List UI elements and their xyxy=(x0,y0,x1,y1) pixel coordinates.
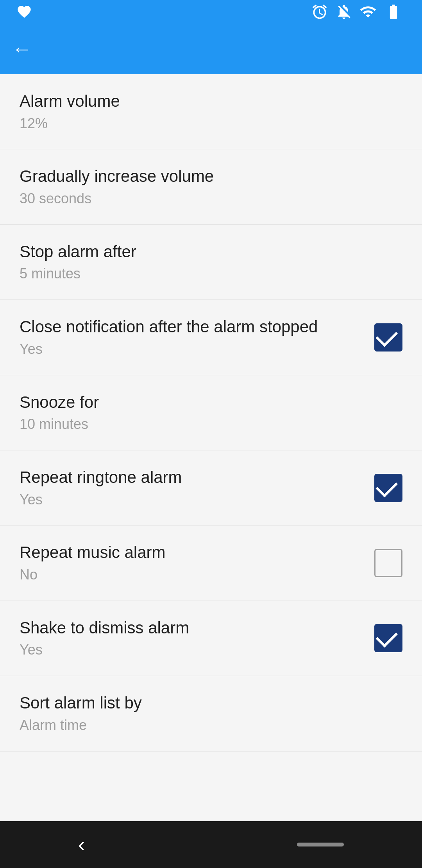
setting-text-shake-to-dismiss: Shake to dismiss alarmYes xyxy=(20,617,367,659)
setting-item-snooze-for[interactable]: Snooze for10 minutes xyxy=(0,375,422,450)
checkbox-shake-to-dismiss[interactable] xyxy=(374,624,402,652)
setting-title-repeat-music-alarm: Repeat music alarm xyxy=(20,543,165,561)
setting-item-close-notification[interactable]: Close notification after the alarm stopp… xyxy=(0,300,422,375)
setting-subtitle-repeat-ringtone-alarm: Yes xyxy=(20,491,367,509)
setting-subtitle-gradually-increase-volume: 30 seconds xyxy=(20,190,402,208)
setting-text-gradually-increase-volume: Gradually increase volume30 seconds xyxy=(20,166,402,208)
bell-muted-icon xyxy=(335,3,352,20)
settings-content: Alarm volume12%Gradually increase volume… xyxy=(0,74,422,821)
setting-item-gradually-increase-volume[interactable]: Gradually increase volume30 seconds xyxy=(0,149,422,224)
checkbox-repeat-music-alarm[interactable] xyxy=(374,549,402,577)
navigation-bar: ‹ xyxy=(0,821,422,868)
setting-title-close-notification: Close notification after the alarm stopp… xyxy=(20,317,318,336)
setting-text-close-notification: Close notification after the alarm stopp… xyxy=(20,316,367,358)
setting-title-alarm-volume: Alarm volume xyxy=(20,92,120,110)
setting-title-gradually-increase-volume: Gradually increase volume xyxy=(20,167,214,185)
checkbox-repeat-ringtone-alarm[interactable] xyxy=(374,474,402,502)
setting-item-alarm-volume[interactable]: Alarm volume12% xyxy=(0,74,422,149)
system-back-button[interactable]: ‹ xyxy=(78,833,85,856)
setting-title-repeat-ringtone-alarm: Repeat ringtone alarm xyxy=(20,468,182,486)
setting-subtitle-shake-to-dismiss: Yes xyxy=(20,641,367,659)
setting-subtitle-stop-alarm-after: 5 minutes xyxy=(20,265,402,283)
wifi-icon xyxy=(359,3,377,20)
setting-subtitle-repeat-music-alarm: No xyxy=(20,566,367,584)
setting-subtitle-snooze-for: 10 minutes xyxy=(20,415,402,434)
battery-icon xyxy=(384,3,403,20)
status-bar xyxy=(0,0,422,23)
setting-text-alarm-volume: Alarm volume12% xyxy=(20,91,402,133)
status-left xyxy=(12,4,32,20)
setting-subtitle-close-notification: Yes xyxy=(20,340,367,359)
setting-title-stop-alarm-after: Stop alarm after xyxy=(20,242,136,261)
setting-item-shake-to-dismiss[interactable]: Shake to dismiss alarmYes xyxy=(0,601,422,676)
checkbox-close-notification[interactable] xyxy=(374,323,402,352)
status-right xyxy=(311,3,410,20)
setting-text-stop-alarm-after: Stop alarm after5 minutes xyxy=(20,241,402,283)
back-button[interactable]: ← xyxy=(12,37,32,61)
alarm-status-icon xyxy=(311,3,328,20)
setting-text-snooze-for: Snooze for10 minutes xyxy=(20,392,402,434)
setting-text-sort-alarm-list: Sort alarm list byAlarm time xyxy=(20,692,402,734)
setting-subtitle-alarm-volume: 12% xyxy=(20,115,402,133)
setting-item-stop-alarm-after[interactable]: Stop alarm after5 minutes xyxy=(0,225,422,300)
home-indicator[interactable] xyxy=(297,843,344,846)
setting-text-repeat-ringtone-alarm: Repeat ringtone alarmYes xyxy=(20,467,367,509)
setting-item-sort-alarm-list[interactable]: Sort alarm list byAlarm time xyxy=(0,676,422,751)
setting-title-sort-alarm-list: Sort alarm list by xyxy=(20,694,142,712)
heart-rate-icon xyxy=(16,4,32,20)
setting-subtitle-sort-alarm-list: Alarm time xyxy=(20,716,402,735)
setting-item-repeat-music-alarm[interactable]: Repeat music alarmNo xyxy=(0,525,422,601)
setting-text-repeat-music-alarm: Repeat music alarmNo xyxy=(20,542,367,584)
setting-title-shake-to-dismiss: Shake to dismiss alarm xyxy=(20,619,189,637)
setting-item-repeat-ringtone-alarm[interactable]: Repeat ringtone alarmYes xyxy=(0,450,422,525)
app-bar: ← xyxy=(0,23,422,74)
setting-title-snooze-for: Snooze for xyxy=(20,393,99,411)
